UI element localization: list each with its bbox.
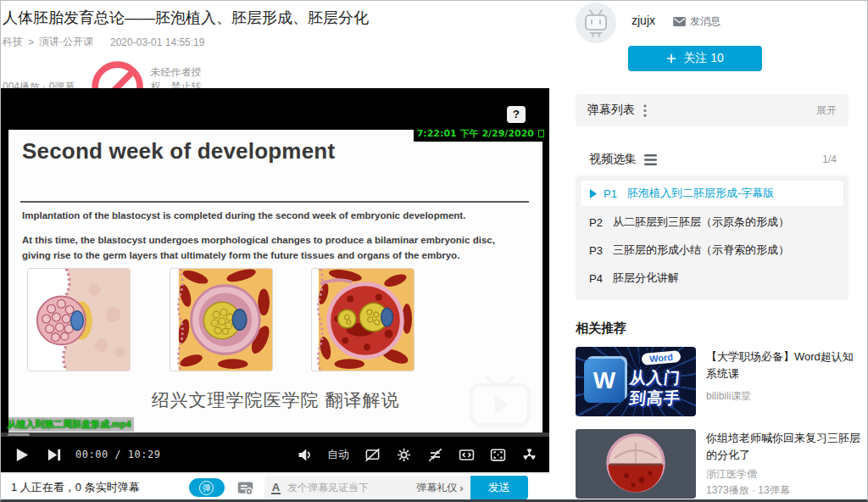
player-controls: 00:00 / 10:29 自动 <box>1 437 549 472</box>
danmaku-input-box[interactable]: A 弹幕礼仪 › <box>264 476 470 499</box>
live-status-text: 1 人正在看，0 条实时弹幕 <box>11 480 140 495</box>
danmaku-list-panel[interactable]: 弹幕列表 展开 <box>576 94 849 126</box>
breadcrumb-category[interactable]: 科技 <box>3 35 23 49</box>
expand-link[interactable]: 展开 <box>816 103 837 118</box>
related-video-title[interactable]: 【大学职场必备】Word超认知系统课 <box>706 349 864 382</box>
danmaku-type-block-icon[interactable] <box>426 446 443 463</box>
related-title: 相关推荐 <box>576 321 626 337</box>
danmaku-toggle[interactable]: 弹 <box>189 478 225 497</box>
related-video-stats: 1373播放 · 13弹幕 <box>706 483 790 498</box>
related-thumbnail-embryo[interactable] <box>576 429 696 499</box>
danmaku-settings-icon[interactable] <box>236 479 254 497</box>
playlist: P1 胚泡植入到二胚层形成-字幕版 P2 从二胚层到三胚层（示原条的形成） P3… <box>576 176 849 300</box>
slide-title: Second week of development <box>22 138 335 165</box>
playlist-item-p4[interactable]: P4 胚层分化讲解 <box>581 271 843 286</box>
subtitle-caption: 绍兴文理学院医学院 翻译解说 <box>8 388 542 412</box>
danmaku-list-title: 弹幕列表 <box>587 103 635 118</box>
next-episode-button[interactable] <box>45 446 62 463</box>
playlist-item-p3[interactable]: P3 三胚层的形成小结（示脊索的形成） <box>581 243 843 258</box>
more-dots-icon[interactable] <box>643 104 647 117</box>
word-logo: W <box>584 359 625 403</box>
playing-icon <box>589 189 597 198</box>
fullscreen-icon[interactable] <box>489 446 506 463</box>
figure-lacunae-stage <box>311 268 415 371</box>
breadcrumb-separator: > <box>28 36 34 48</box>
follow-button[interactable]: 关注 10 <box>628 46 762 71</box>
playlist-header: 视频选集 1/4 <box>576 152 849 167</box>
send-message-link[interactable]: 发消息 <box>673 14 721 29</box>
uploader-name[interactable]: zjujx <box>632 14 655 27</box>
video-player[interactable]: ? 7:22:01 下午 2/29/2020 Second week of de… <box>1 88 549 472</box>
help-button[interactable]: ? <box>507 106 526 123</box>
related-video-source[interactable]: bilibili课堂 <box>706 389 751 404</box>
timestamp-cursor <box>538 130 544 137</box>
uploader-avatar[interactable] <box>576 3 616 43</box>
widescreen-icon[interactable] <box>458 446 475 463</box>
volume-icon[interactable] <box>296 446 313 463</box>
slide-divider <box>20 201 529 203</box>
slide-paragraph-2: At this time, the blastocyst undergoes m… <box>22 233 518 264</box>
related-video-source[interactable]: 浙江医学僧 <box>706 467 757 482</box>
font-style-icon[interactable]: A <box>271 482 281 494</box>
slide-paragraph-1: Implantation of the blastocyst is comple… <box>22 209 518 224</box>
danmaku-etiquette-link[interactable]: 弹幕礼仪 › <box>416 481 463 495</box>
send-danmaku-button[interactable]: 发送 <box>470 476 528 499</box>
playlist-page-indicator: 1/4 <box>822 153 837 165</box>
playlist-item-p1[interactable]: P1 胚泡植入到二胚层形成-字幕版 <box>581 181 843 206</box>
figure-blastocyst-implantation <box>27 268 131 371</box>
time-display: 00:00 / 10:29 <box>75 449 160 460</box>
word-badge: Word <box>641 350 681 365</box>
source-filename-overlay: 从植入到第二周胚盘形成.mp4 <box>4 417 134 432</box>
settings-gear-icon[interactable] <box>395 446 412 463</box>
plus-icon <box>666 53 676 64</box>
breadcrumb-subcategory[interactable]: 演讲·公开课 <box>39 35 93 49</box>
chevron-right-icon: › <box>459 482 463 494</box>
breadcrumb: 科技 > 演讲·公开课 2020-03-01 14:55:19 <box>3 35 204 49</box>
video-frame-slide: Second week of development Implantation … <box>8 130 542 432</box>
related-thumbnail-word-course[interactable]: W Word 从入门 到高手 <box>576 347 696 416</box>
playlist-item-p2[interactable]: P2 从二胚层到三胚层（示原条的形成） <box>581 215 843 230</box>
related-video-title[interactable]: 你组培老师喊你回来复习三胚层的分化了 <box>706 430 864 464</box>
quality-selector[interactable]: 自动 <box>327 447 349 462</box>
list-icon <box>644 154 657 165</box>
danmaku-input[interactable] <box>287 482 416 494</box>
video-page: 人体胚胎发育总论——胚泡植入、胚层形成、胚层分化 科技 > 演讲·公开课 202… <box>0 0 868 502</box>
tv-play-icon[interactable] <box>465 374 535 432</box>
danmaku-send-bar: 1 人正在看，0 条实时弹幕 弹 A 弹幕礼仪 › 发送 <box>1 473 549 501</box>
playlist-title: 视频选集 <box>589 152 637 167</box>
page-title: 人体胚胎发育总论——胚泡植入、胚层形成、胚层分化 <box>3 8 545 28</box>
play-button[interactable] <box>13 446 30 463</box>
fan-mode-icon[interactable] <box>520 446 537 463</box>
envelope-icon <box>673 17 686 26</box>
publish-date: 2020-03-01 14:55:19 <box>110 36 204 48</box>
progress-played <box>8 433 30 436</box>
figure-implanted-blastocyst <box>170 268 273 371</box>
danmaku-block-icon[interactable] <box>364 446 381 463</box>
video-timestamp-overlay: 7:22:01 下午 2/29/2020 <box>414 126 548 142</box>
